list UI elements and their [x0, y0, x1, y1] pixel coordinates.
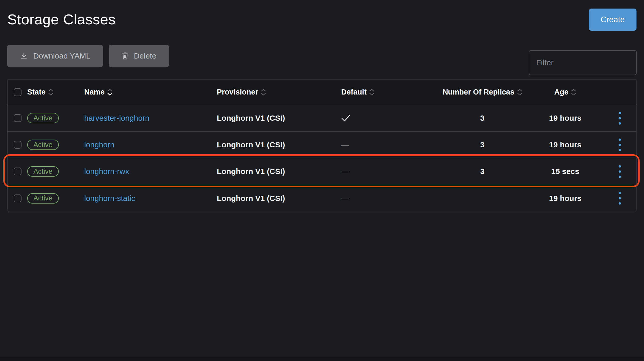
download-yaml-label: Download YAML — [33, 52, 90, 60]
state-badge: Active — [27, 166, 59, 177]
row-checkbox[interactable] — [14, 168, 22, 175]
select-all-checkbox[interactable] — [14, 88, 22, 96]
not-default-dash: — — [341, 140, 349, 149]
row-actions-button[interactable] — [615, 109, 625, 127]
create-button[interactable]: Create — [589, 9, 636, 31]
page-title: Storage Classes — [7, 11, 116, 28]
sort-chevrons-icon — [369, 89, 374, 96]
age-value: 19 hours — [549, 194, 581, 203]
sort-chevrons-icon — [261, 89, 266, 96]
provisioner-text: Longhorn V1 (CSI) — [217, 140, 285, 149]
storage-classes-page: Storage Classes Create Download YAML Del… — [0, 0, 644, 361]
sort-chevrons-icon — [571, 89, 576, 96]
row-actions-button[interactable] — [615, 136, 625, 154]
filter-input[interactable] — [529, 50, 637, 75]
trash-icon — [121, 52, 129, 60]
column-header-state[interactable]: State — [27, 88, 84, 96]
state-badge: Active — [27, 193, 59, 204]
row-checkbox[interactable] — [14, 194, 22, 202]
delete-button[interactable]: Delete — [109, 45, 169, 67]
table-row-longhorn-rwx: Active longhorn-rwx Longhorn V1 (CSI) — … — [8, 158, 636, 185]
storage-classes-table: State Name Provisioner — [7, 79, 637, 212]
state-badge: Active — [27, 113, 59, 123]
age-value: 19 hours — [549, 140, 581, 149]
state-badge: Active — [27, 140, 59, 150]
select-all-cell — [8, 88, 27, 96]
table-row-longhorn: Active longhorn Longhorn V1 (CSI) — 3 19… — [8, 132, 636, 158]
not-default-dash: — — [341, 194, 349, 203]
column-header-name[interactable]: Name — [84, 88, 217, 96]
delete-label: Delete — [134, 52, 156, 60]
default-check-icon — [341, 114, 350, 122]
storage-class-link[interactable]: longhorn-rwx — [84, 167, 129, 176]
column-header-provisioner[interactable]: Provisioner — [217, 88, 341, 96]
replicas-value: 3 — [480, 114, 485, 122]
row-actions-button[interactable] — [615, 163, 625, 180]
row-actions-button[interactable] — [615, 189, 625, 207]
column-header-age[interactable]: Age — [528, 88, 603, 96]
not-default-dash: — — [341, 167, 349, 176]
provisioner-text: Longhorn V1 (CSI) — [217, 167, 285, 176]
replicas-value: 3 — [480, 140, 485, 149]
table-row-harvester-longhorn: Active harvester-longhorn Longhorn V1 (C… — [8, 105, 636, 132]
storage-class-link[interactable]: longhorn — [84, 140, 115, 149]
table-row-longhorn-static: Active longhorn-static Longhorn V1 (CSI)… — [8, 185, 636, 212]
bottom-strip — [0, 357, 644, 361]
download-yaml-button[interactable]: Download YAML — [7, 45, 103, 67]
row-checkbox[interactable] — [14, 114, 22, 122]
sort-chevrons-icon-active — [107, 89, 112, 96]
sort-chevrons-icon — [48, 89, 53, 96]
provisioner-text: Longhorn V1 (CSI) — [217, 194, 285, 203]
age-value: 19 hours — [549, 114, 581, 122]
replicas-value: 3 — [480, 167, 485, 176]
column-header-replicas[interactable]: Number Of Replicas — [437, 88, 528, 96]
provisioner-text: Longhorn V1 (CSI) — [217, 114, 285, 122]
sort-chevrons-icon — [517, 89, 522, 96]
storage-class-link[interactable]: harvester-longhorn — [84, 114, 149, 122]
row-checkbox[interactable] — [14, 141, 22, 149]
download-icon — [20, 52, 28, 60]
table-header-row: State Name Provisioner — [8, 80, 636, 105]
column-header-default[interactable]: Default — [341, 88, 437, 96]
storage-class-link[interactable]: longhorn-static — [84, 194, 135, 203]
table-body: Active harvester-longhorn Longhorn V1 (C… — [8, 105, 636, 212]
age-value: 15 secs — [551, 167, 579, 176]
